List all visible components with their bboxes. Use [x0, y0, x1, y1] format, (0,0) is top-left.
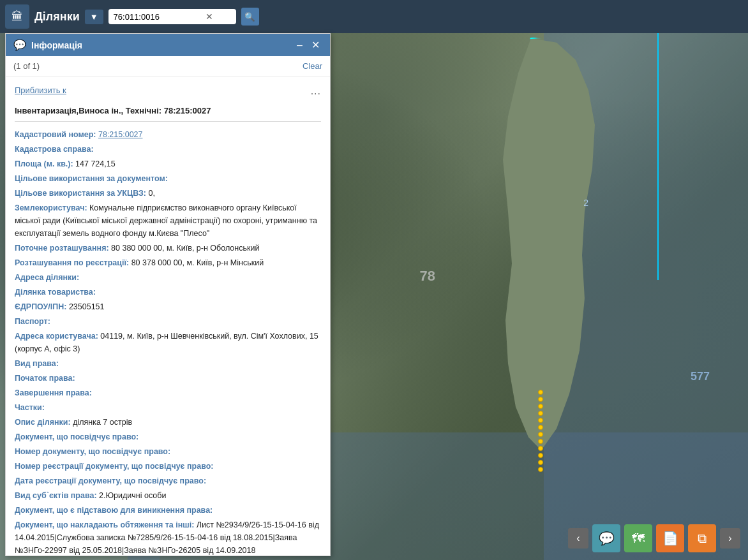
map-dot [538, 397, 543, 402]
field-label: Вид права: [15, 359, 59, 368]
field-row: Площа (м. кв.): 147 724,15 [15, 158, 321, 170]
field-label: Номер документу, що посвідчує право: [15, 447, 170, 456]
search-input[interactable] [114, 12, 203, 22]
panel-minimize-button[interactable]: – [294, 39, 305, 51]
field-label: Частки: [15, 403, 45, 412]
field-row: Адреса ділянки: [15, 271, 321, 284]
field-label: Початок права: [15, 374, 75, 383]
field-label: Документ, що є підставою для виникнення … [15, 506, 213, 515]
document-button[interactable]: 📄 [656, 524, 684, 552]
field-value: 23505151 [69, 302, 105, 311]
map-button[interactable]: 🗺 [624, 524, 652, 552]
field-value: 80 378 000 00, м. Київ, р-н Мінський [131, 258, 264, 267]
map-dot [538, 446, 543, 451]
map-icon: 🗺 [632, 531, 645, 546]
field-row: ЄДРПОУ/ІПН: 23505151 [15, 300, 321, 313]
app-title: Ділянки [34, 10, 80, 24]
more-options-button[interactable]: ... [311, 83, 321, 99]
field-label: Адреса ділянки: [15, 273, 79, 282]
field-value[interactable]: 78:215:0027 [98, 130, 143, 139]
layers-button[interactable]: ⧉ [688, 524, 716, 552]
field-label: Паспорт: [15, 317, 50, 326]
map-markers [531, 388, 550, 483]
next-arrow-button[interactable]: › [720, 528, 740, 549]
field-label: Поточне розташування: [15, 244, 111, 253]
clear-link[interactable]: Clear [303, 61, 322, 71]
field-row: Документ, що накладають обтяження та інш… [15, 519, 321, 556]
field-label: Цільове використання за документом: [15, 174, 168, 183]
field-row: Цільове використання за документом: [15, 172, 321, 185]
search-icon: 🔍 [244, 12, 255, 22]
field-row: Ділянка товариства: [15, 286, 321, 298]
map-dot [538, 425, 543, 430]
field-label: Вид суб`єктів права: [15, 491, 99, 500]
map-dot [538, 439, 543, 444]
panel-header-icon: 💬 [13, 39, 26, 51]
panel-content: Приблизить к ... Інвентаризація,Виноса і… [6, 77, 330, 556]
field-label: Цільове використання за УКЦВЗ: [15, 189, 148, 198]
field-value: 2.Юридичні особи [99, 491, 166, 500]
map-dot [538, 460, 543, 465]
prev-arrow-button[interactable]: ‹ [568, 528, 588, 549]
field-label: Документ, що посвідчує право: [15, 432, 138, 441]
map-dot [538, 411, 543, 416]
field-value: 147 724,15 [75, 159, 116, 168]
field-label: Адреса користувача: [15, 332, 100, 341]
map-dot [538, 453, 543, 458]
field-row: Документ, що посвідчує право: [15, 431, 321, 443]
field-row: Документ, що є підставою для виникнення … [15, 504, 321, 517]
field-label: Документ, що накладають обтяження та інш… [15, 520, 197, 529]
fields-container: Кадастровий номер: 78:215:0027Кадастрова… [15, 128, 321, 556]
field-row: Поточне розташування: 80 380 000 00, м. … [15, 242, 321, 254]
record-title: Інвентаризація,Виноса ін., Технічні: 78:… [15, 105, 321, 122]
field-value: 0, [148, 189, 154, 198]
map-label-78: 78 [420, 268, 435, 284]
field-row: Паспорт: [15, 315, 321, 328]
boundary-line [657, 0, 659, 280]
field-row: Адреса користувача: 04119, м. Київ, р-н … [15, 330, 321, 355]
panel-close-button[interactable]: ✕ [309, 39, 322, 51]
field-row: Завершення права: [15, 387, 321, 399]
field-row: Вид права: [15, 357, 321, 370]
field-label: ЄДРПОУ/ІПН: [15, 302, 69, 311]
search-clear-icon[interactable]: ✕ [206, 11, 213, 22]
map-label-2: 2 [583, 198, 588, 208]
map-label-577: 577 [691, 370, 710, 383]
search-container: ✕ [108, 9, 236, 24]
field-row: Землекористувач: Комунальне підприємство… [15, 202, 321, 240]
panel-title: Інформація [31, 40, 82, 50]
dropdown-arrow-icon: ▼ [90, 12, 98, 22]
field-row: Частки: [15, 401, 321, 414]
field-row: Опис ділянки: ділянка 7 острів [15, 416, 321, 429]
field-row: Дата реєстрації документу, що посвідчує … [15, 475, 321, 487]
field-label: Дата реєстрації документу, що посвідчує … [15, 476, 206, 485]
field-label: Розташування по реєстрації: [15, 258, 131, 267]
panel-header-left: 💬 Інформація [13, 39, 82, 51]
panel-header: 💬 Інформація – ✕ [6, 34, 330, 56]
field-label: Номер реєстрації документу, що посвідчує… [15, 462, 213, 471]
field-label: Опис ділянки: [15, 418, 73, 427]
map-dot [538, 418, 543, 423]
result-count: (1 of 1) [13, 61, 40, 71]
map-dot [538, 467, 543, 472]
field-row: Цільове використання за УКЦВЗ: 0, [15, 187, 321, 200]
toolbar: 🏛 Ділянки ▼ ✕ 🔍 [0, 0, 748, 33]
field-label: Кадастрова справа: [15, 145, 94, 154]
field-row: Номер реєстрації документу, що посвідчує… [15, 460, 321, 473]
field-row: Вид суб`єктів права: 2.Юридичні особи [15, 489, 321, 502]
map-dot [538, 404, 543, 409]
field-value: ділянка 7 острів [73, 418, 132, 427]
field-label: Завершення права: [15, 388, 92, 397]
search-button[interactable]: 🔍 [241, 8, 259, 26]
chat-button[interactable]: 💬 [592, 524, 620, 552]
map-dot [538, 432, 543, 437]
doc-icon: 📄 [662, 531, 678, 546]
app-logo: 🏛 [5, 4, 29, 29]
layer-dropdown[interactable]: ▼ [85, 10, 103, 24]
zoom-row: Приблизить к ... [15, 83, 321, 99]
field-label: Землекористувач: [15, 203, 89, 212]
bottom-controls: ‹ 💬 🗺 📄 ⧉ › [568, 524, 740, 552]
zoom-to-link[interactable]: Приблизить к [15, 84, 66, 98]
field-row: Кадастрова справа: [15, 143, 321, 156]
field-value: 80 380 000 00, м. Київ, р-н Оболонський [111, 244, 259, 253]
